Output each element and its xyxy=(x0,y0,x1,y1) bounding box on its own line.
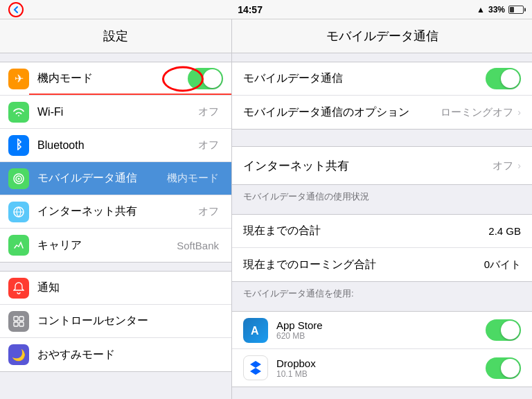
dropbox-size: 10.1 MB xyxy=(276,369,486,379)
status-right: ▲ 33% xyxy=(477,5,524,15)
right-group-cellular: モバイルデータ通信 モバイルデータ通信のオプション ローミングオフ › xyxy=(232,62,532,130)
cellular-value: 機内モード xyxy=(167,172,219,185)
toggle-knob-dropbox xyxy=(501,359,520,378)
svg-rect-8 xyxy=(19,322,24,326)
sidebar: 設定 ✈ 機内モード Wi-Fi xyxy=(0,19,232,399)
dropbox-name: Dropbox xyxy=(276,357,486,369)
app-row-appstore[interactable]: A App Store 620 MB xyxy=(232,312,532,349)
appstore-info: App Store 620 MB xyxy=(276,319,486,341)
svg-point-0 xyxy=(9,3,23,17)
donotdisturb-label: おやすみモード xyxy=(37,348,223,362)
options-chevron: › xyxy=(517,107,521,118)
wifi-icon xyxy=(8,102,29,123)
appstore-size: 620 MB xyxy=(276,331,486,341)
signal-icon: ▲ xyxy=(477,5,485,15)
right-row-internet[interactable]: インターネット共有 オフ › xyxy=(232,147,532,184)
svg-rect-5 xyxy=(14,317,18,321)
sidebar-item-donotdisturb[interactable]: 🌙 おやすみモード xyxy=(0,338,231,371)
sidebar-item-carrier[interactable]: キャリア SoftBank xyxy=(0,229,231,262)
apps-section-header: モバイルデータ通信を使用: xyxy=(232,282,532,303)
app-row-dropbox[interactable]: Dropbox 10.1 MB xyxy=(232,349,532,387)
sidebar-item-control[interactable]: コントロールセンター xyxy=(0,305,231,338)
total-label: 現在までの合計 xyxy=(243,224,488,238)
sidebar-item-wifi[interactable]: Wi-Fi オフ xyxy=(0,96,231,129)
notification-icon xyxy=(8,278,29,299)
svg-rect-7 xyxy=(14,322,18,326)
donotdisturb-icon: 🌙 xyxy=(8,344,29,365)
mobiledata-toggle[interactable] xyxy=(486,68,521,89)
wifi-label: Wi-Fi xyxy=(37,106,198,118)
wifi-value: オフ xyxy=(198,105,219,118)
roaming-total-label: 現在までのローミング合計 xyxy=(243,258,484,272)
right-row-options[interactable]: モバイルデータ通信のオプション ローミングオフ › xyxy=(232,96,532,129)
settings-group-1: ✈ 機内モード Wi-Fi オフ xyxy=(0,62,231,263)
svg-marker-10 xyxy=(250,361,261,375)
main-content: 設定 ✈ 機内モード Wi-Fi xyxy=(0,19,532,399)
carrier-value: SoftBank xyxy=(177,240,219,251)
dropbox-toggle[interactable] xyxy=(486,357,521,379)
dropbox-info: Dropbox 10.1 MB xyxy=(276,357,486,379)
right-row-mobiledata[interactable]: モバイルデータ通信 xyxy=(232,62,532,96)
sidebar-title: 設定 xyxy=(0,19,231,53)
sidebar-item-internet[interactable]: インターネット共有 オフ xyxy=(0,195,231,229)
svg-text:A: A xyxy=(251,325,259,337)
control-icon xyxy=(8,311,29,332)
right-row-roaming-total: 現在までのローミング合計 0バイト xyxy=(232,248,532,281)
right-row-total: 現在までの合計 2.4 GB xyxy=(232,215,532,248)
appstore-name: App Store xyxy=(276,319,486,331)
airplane-label: 機内モード xyxy=(37,71,188,86)
right-group-usage: 現在までの合計 2.4 GB 現在までのローミング合計 0バイト xyxy=(232,214,532,282)
battery-percent: 33% xyxy=(488,5,505,15)
internet-icon xyxy=(8,202,29,222)
airplane-icon: ✈ xyxy=(8,69,29,89)
svg-rect-6 xyxy=(19,317,24,321)
toggle-knob-appstore xyxy=(501,321,520,339)
internet-sharing-section: インターネット共有 オフ › xyxy=(232,138,532,185)
internet-value: オフ xyxy=(198,205,219,218)
sidebar-item-bluetooth[interactable]: ᛒ Bluetooth オフ xyxy=(0,129,231,162)
toggle-knob xyxy=(203,69,222,88)
control-label: コントロールセンター xyxy=(37,314,223,328)
right-panel-title: モバイルデータ通信 xyxy=(232,19,532,53)
sidebar-item-cellular[interactable]: モバイルデータ通信 機内モード xyxy=(0,162,231,195)
notification-label: 通知 xyxy=(37,281,223,295)
right-group-internet: インターネット共有 オフ › xyxy=(232,146,532,185)
roaming-total-value: 0バイト xyxy=(484,258,521,272)
airplane-toggle[interactable] xyxy=(188,68,223,89)
internet-sharing-info: インターネット共有 xyxy=(243,158,493,174)
cellular-label: モバイルデータ通信 xyxy=(37,171,167,186)
back-arrow-circle xyxy=(8,2,24,17)
cellular-icon xyxy=(8,168,29,189)
battery-icon xyxy=(508,6,524,14)
internet-label: インターネット共有 xyxy=(37,204,198,219)
options-label: モバイルデータ通信のオプション xyxy=(243,105,441,120)
internet-sharing-label: インターネット共有 xyxy=(243,158,493,174)
svg-point-3 xyxy=(18,177,20,179)
appstore-toggle[interactable] xyxy=(486,319,521,341)
sidebar-item-airplane[interactable]: ✈ 機内モード xyxy=(0,62,231,96)
bluetooth-icon: ᛒ xyxy=(8,135,29,156)
settings-group-2: 通知 コントロールセンター 🌙 おやすみモード xyxy=(0,271,231,372)
appstore-icon: A xyxy=(243,318,268,343)
usage-section-header: モバイルデータ通信の使用状況 xyxy=(232,185,532,206)
total-value: 2.4 GB xyxy=(488,225,521,237)
internet-sharing-chevron: › xyxy=(517,160,521,171)
carrier-label: キャリア xyxy=(37,238,177,253)
right-group-apps: A App Store 620 MB D xyxy=(232,311,532,387)
right-panel: モバイルデータ通信 モバイルデータ通信 モバイルデータ通信のオプション ローミン… xyxy=(232,19,532,399)
status-bar: 14:57 ▲ 33% xyxy=(0,0,532,19)
bluetooth-value: オフ xyxy=(198,139,219,152)
sidebar-item-notification[interactable]: 通知 xyxy=(0,272,231,305)
underline-annotation xyxy=(29,94,231,95)
status-time: 14:57 xyxy=(238,4,263,15)
toggle-knob-mobile xyxy=(501,69,520,88)
bluetooth-label: Bluetooth xyxy=(37,139,198,152)
carrier-icon xyxy=(8,235,29,256)
mobiledata-label: モバイルデータ通信 xyxy=(243,71,486,86)
options-value: ローミングオフ xyxy=(441,106,513,119)
dropbox-icon xyxy=(243,355,268,380)
internet-sharing-value: オフ xyxy=(493,159,513,172)
status-left xyxy=(8,2,24,17)
